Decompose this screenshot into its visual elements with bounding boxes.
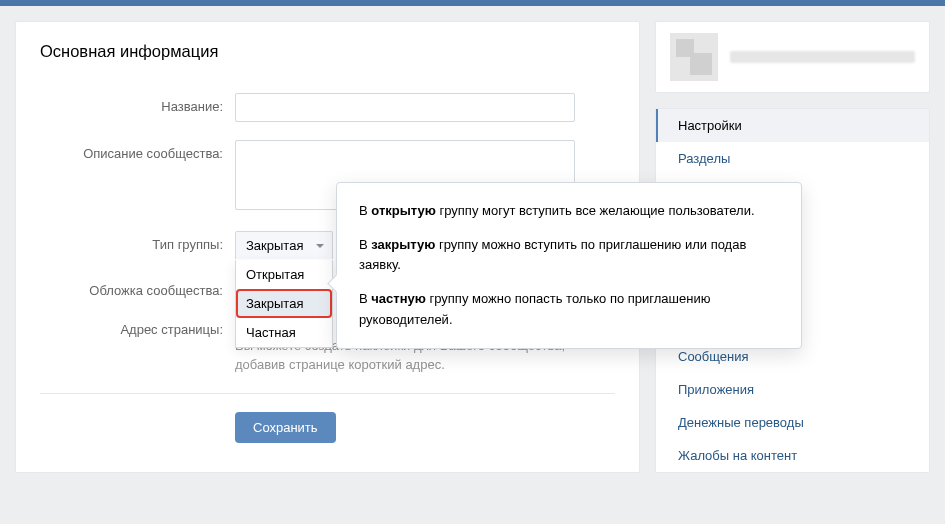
menu-item-money-transfers[interactable]: Денежные переводы bbox=[656, 406, 929, 439]
community-header-card bbox=[655, 21, 930, 93]
menu-item-settings[interactable]: Настройки bbox=[656, 109, 929, 142]
menu-item-complaints[interactable]: Жалобы на контент bbox=[656, 439, 929, 472]
name-input[interactable] bbox=[235, 93, 575, 122]
menu-item-sections[interactable]: Разделы bbox=[656, 142, 929, 175]
page-title: Основная информация bbox=[40, 42, 615, 61]
community-name-placeholder bbox=[730, 51, 915, 63]
label-cover: Обложка сообщества: bbox=[40, 277, 235, 298]
menu-item-apps[interactable]: Приложения bbox=[656, 373, 929, 406]
label-name: Название: bbox=[40, 93, 235, 114]
group-type-select[interactable]: Закрытая Открытая Закрытая Частная bbox=[235, 231, 333, 259]
group-type-selected[interactable]: Закрытая bbox=[235, 231, 333, 259]
group-type-option-closed[interactable]: Закрытая bbox=[236, 289, 332, 318]
group-type-tooltip: В открытую группу могут вступить все жел… bbox=[336, 182, 802, 349]
label-description: Описание сообщества: bbox=[40, 140, 235, 161]
group-type-option-private[interactable]: Частная bbox=[236, 318, 332, 347]
community-avatar bbox=[670, 33, 718, 81]
group-type-dropdown: Открытая Закрытая Частная bbox=[235, 260, 333, 348]
main-panel: Основная информация Название: Описание с… bbox=[15, 21, 640, 473]
label-page-address: Адрес страницы: bbox=[40, 316, 235, 337]
divider bbox=[40, 393, 615, 394]
save-button[interactable]: Сохранить bbox=[235, 412, 336, 443]
label-group-type: Тип группы: bbox=[40, 231, 235, 252]
group-type-option-open[interactable]: Открытая bbox=[236, 260, 332, 289]
